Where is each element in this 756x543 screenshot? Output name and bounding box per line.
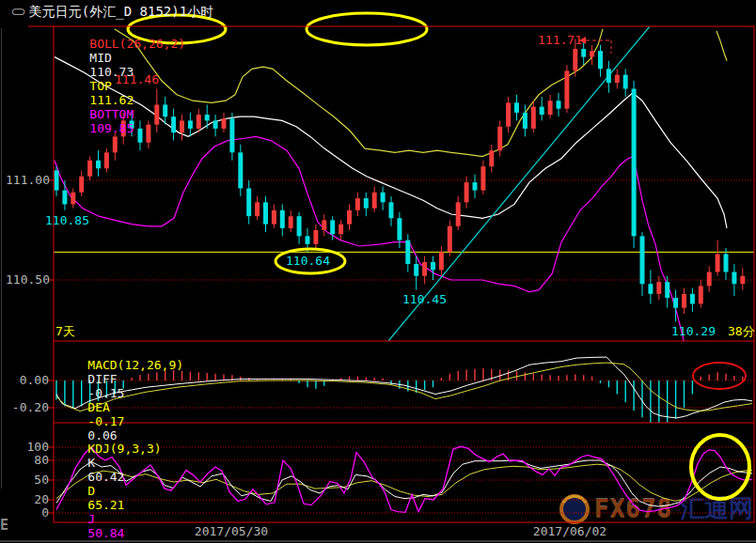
kdj-y-axis-label: 0 [6, 506, 49, 520]
window-title: 美元日元(外汇_D 8152)1小时 [29, 4, 213, 19]
price-label-circled-support: 110.64 [286, 255, 330, 268]
boll-name[interactable]: BOLL(26,26,2) [89, 37, 185, 51]
price-label-low-left: 110.85 [45, 214, 89, 227]
main-y-axis-label: 110.50 [6, 273, 49, 287]
x-axis-date-1: 2017/05/30 [195, 525, 268, 538]
price-label-peak: 111.71 [538, 34, 582, 47]
macd-diff-value: -0.15 [87, 386, 124, 400]
kdj-header: KDJ(9,3,3) K 60.42 D 65.21 J 50.84 [58, 427, 171, 543]
price-label-low-mid: 110.45 [402, 293, 447, 306]
period-label-left[interactable]: 7天 [55, 325, 75, 338]
kdj-k-label: K [87, 456, 95, 470]
macd-y-axis-label: -0.20 [6, 401, 49, 414]
macd-y-axis-label: 0.00 [6, 374, 49, 387]
price-label-low-right: 110.29 [671, 325, 716, 338]
macd-diff-label: DIFF [87, 372, 117, 386]
kdj-y-axis-label: 100 [6, 441, 49, 454]
kdj-name[interactable]: KDJ(9,3,3) [87, 442, 161, 456]
kdj-k-value: 60.42 [87, 470, 124, 484]
x-axis-date-2: 2017/06/02 [533, 525, 606, 538]
macd-dea-value: -0.17 [87, 414, 124, 428]
kdj-j-label: J [87, 512, 95, 526]
kdj-j-value: 50.84 [87, 526, 124, 540]
kdj-d-value: 65.21 [87, 498, 124, 512]
boll-bottom-label: BOTTOM [89, 107, 134, 121]
kdj-y-axis-label: 80 [6, 454, 49, 467]
kdj-d-label: D [87, 484, 95, 498]
chart-window: ⊂⊃美元日元(外汇_D 8152)1小时 FX678 汇通网 BOLL(26,2… [0, 0, 756, 543]
boll-mid-label: MID [89, 51, 111, 65]
kdj-y-axis-label: 20 [6, 493, 49, 506]
period-label-right[interactable]: 38分 [728, 325, 755, 338]
background-edge-glyph: E [0, 519, 8, 532]
boll-top-label: TOP [89, 79, 111, 93]
kdj-y-axis-label: 50 [6, 473, 49, 487]
boll-bottom-value: 109.85 [89, 121, 134, 135]
boll-top-value: 111.62 [89, 93, 134, 107]
price-label-high-left: 111.46 [115, 73, 159, 86]
macd-name[interactable]: MACD(12,26,9) [87, 358, 183, 372]
title-bar: ⊂⊃美元日元(外汇_D 8152)1小时 [11, 4, 213, 21]
link-icon[interactable]: ⊂⊃ [11, 4, 24, 19]
macd-dea-label: DEA [87, 400, 109, 414]
main-y-axis-label: 111.00 [6, 174, 49, 187]
